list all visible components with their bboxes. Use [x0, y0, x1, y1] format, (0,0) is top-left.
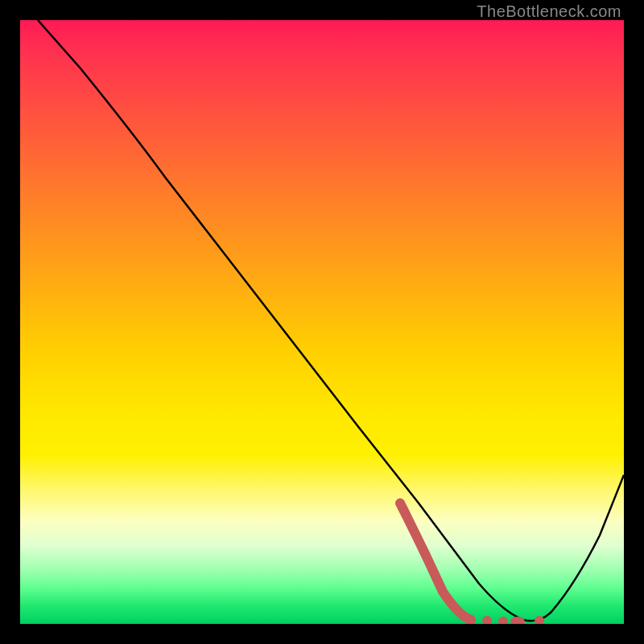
- red-marker-stroke: [400, 503, 471, 620]
- red-dot-1: [482, 616, 492, 624]
- red-marker-group: [400, 503, 544, 624]
- watermark-text: TheBottleneck.com: [477, 2, 621, 21]
- red-dot-2: [498, 617, 508, 624]
- main-curve: [38, 20, 624, 621]
- plot-area: [20, 20, 624, 624]
- curve-overlay: [20, 20, 624, 624]
- red-dot-3: [510, 617, 525, 624]
- chart-container: TheBottleneck.com: [0, 0, 644, 644]
